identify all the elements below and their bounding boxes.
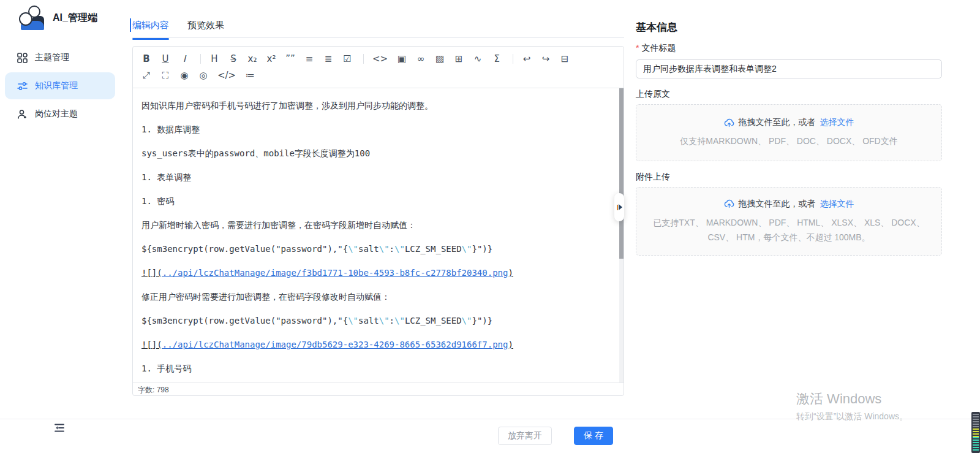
editor-text-segment: \" — [394, 316, 405, 325]
editor-line[interactable]: ![](../api/lczChatManage/image/f3bd1771-… — [141, 261, 605, 285]
editor-toolbar: BUIHSx₂x²””≡≣☑<>▣∞▨⊞∿Σ↩↪⊟ ⤢⛶◉◎</>≔ — [133, 47, 624, 88]
redo-icon[interactable]: ↪ — [541, 52, 551, 66]
bold-icon[interactable]: B — [141, 52, 151, 66]
editor-text-segment: ![]( — [141, 268, 162, 278]
outline-icon[interactable]: ≔ — [245, 69, 255, 82]
select-file-link[interactable]: 选择文件 — [820, 199, 854, 210]
editor-text-segment: LCZ_SM_SEED — [405, 316, 462, 325]
image-icon[interactable]: ▨ — [435, 52, 445, 66]
editor-line[interactable]: ![](../api/lczChatManage/image/79db5629-… — [141, 333, 605, 357]
panel-collapse-handle[interactable] — [614, 193, 624, 221]
editor-line[interactable]: ${sm3encrypt(row.getValue("password"),"{… — [141, 309, 605, 333]
subscript-icon[interactable]: x₂ — [247, 52, 257, 66]
upload-original-label: 上传原文 — [636, 89, 942, 100]
footer-buttons: 放弃离开 保 存 — [498, 427, 613, 445]
collapse-handle-accent — [617, 205, 618, 210]
collapse-sidebar-icon[interactable] — [54, 423, 66, 433]
toolbar-row-1: BUIHSx₂x²””≡≣☑<>▣∞▨⊞∿Σ↩↪⊟ — [141, 52, 615, 66]
tab-edit-content[interactable]: 编辑内容 — [132, 15, 169, 37]
editor-text-segment: ${sm3encrypt(row.getValue("password"),"{ — [141, 316, 348, 325]
table-icon[interactable]: ⊞ — [454, 52, 464, 66]
app-title: AI_管理端 — [53, 12, 97, 25]
undo-icon[interactable]: ↩ — [522, 52, 532, 66]
editor-line[interactable]: 1. 数据库调整 — [141, 118, 605, 142]
editor-line[interactable]: 修正用户密码时需要进行加密调整，在密码字段修改时自动赋值： — [141, 285, 605, 309]
sidebar-item-topic-management[interactable]: 主题管理 — [5, 44, 115, 71]
editor-text-segment: }")} — [472, 244, 492, 254]
panel-title: 基本信息 — [636, 20, 942, 34]
editor-text-segment: \" — [348, 244, 358, 254]
cloud-upload-icon — [724, 199, 734, 209]
select-file-link[interactable]: 选择文件 — [820, 117, 854, 128]
editor-line[interactable]: 用户新增时输入密码，需要进行加密调整，在密码字段新增时自动赋值： — [141, 213, 605, 237]
code-block-icon[interactable]: ▣ — [397, 52, 407, 66]
markdown-image-link[interactable]: ../api/lczChatManage/image/f3bd1771-10be… — [162, 268, 508, 278]
save-icon[interactable]: ⊟ — [560, 52, 570, 66]
watermark-line1: 激活 Windows — [796, 390, 908, 408]
upload-original-dropzone[interactable]: 拖拽文件至此，或者 选择文件 仅支持MARKDOWN、 PDF、 DOC、 DO… — [636, 104, 942, 161]
formula-icon[interactable]: Σ — [492, 52, 502, 66]
preview-focus-icon[interactable]: ◎ — [198, 69, 208, 82]
editor-text-segment: salt — [358, 316, 379, 325]
editor-text-segment: \" — [379, 316, 390, 325]
blockquote-icon[interactable]: ”” — [285, 52, 295, 66]
file-title-input[interactable] — [636, 59, 942, 78]
tab-active-indicator — [132, 38, 169, 40]
discard-button[interactable]: 放弃离开 — [498, 427, 552, 445]
required-asterisk: * — [636, 43, 639, 53]
upload-original-hint: 仅支持MARKDOWN、 PDF、 DOC、 DOCX、 OFD文件 — [669, 134, 908, 148]
fullscreen-icon[interactable]: ⛶ — [160, 69, 170, 82]
editor-line[interactable]: 因知识库用户密码和手机号码进行了加密调整，涉及到用户同步功能的调整。 — [141, 94, 605, 118]
tab-preview-effect[interactable]: 预览效果 — [187, 15, 224, 37]
editor-text-segment: : — [390, 244, 394, 254]
text-cursor — [130, 18, 131, 32]
editor-text-segment: : — [390, 316, 394, 325]
basic-info-panel: 基本信息 *文件标题 上传原文 拖拽文件至此，或者 选择文件 仅支持MARKDO… — [636, 15, 942, 256]
ordered-list-icon[interactable]: ≣ — [323, 52, 333, 66]
chart-icon[interactable]: ∿ — [473, 52, 483, 66]
upload-drag-text: 拖拽文件至此，或者 — [739, 199, 816, 210]
editor-content[interactable]: 因知识库用户密码和手机号码进行了加密调整，涉及到用户同步功能的调整。1. 数据库… — [133, 88, 624, 383]
upload-drag-row: 拖拽文件至此，或者 选择文件 — [724, 117, 854, 128]
tab-label: 预览效果 — [187, 20, 224, 30]
editor-text-segment: \" — [462, 316, 472, 325]
sidebar-menu: 主题管理 知识库管理 岗位对主题 — [5, 44, 115, 129]
editor-tabbar: 编辑内容 预览效果 — [132, 15, 624, 38]
task-list-icon[interactable]: ☑ — [342, 52, 352, 66]
markdown-editor: BUIHSx₂x²””≡≣☑<>▣∞▨⊞∿Σ↩↪⊟ ⤢⛶◉◎</>≔ 因知识库用… — [132, 46, 624, 396]
superscript-icon[interactable]: x² — [266, 52, 276, 66]
upload-attachment-dropzone[interactable]: 拖拽文件至此，或者 选择文件 已支持TXT、 MARKDOWN、 PDF、 HT… — [636, 187, 942, 256]
save-button[interactable]: 保 存 — [574, 427, 613, 445]
inline-code-icon[interactable]: <> — [372, 52, 388, 66]
underline-icon[interactable]: U — [160, 52, 170, 66]
expand-icon[interactable]: ⤢ — [141, 69, 151, 82]
editor-line[interactable]: 1. 手机号码 — [141, 357, 605, 381]
preview-icon[interactable]: ◉ — [179, 69, 189, 82]
file-title-label: 文件标题 — [641, 43, 676, 53]
sidebar-item-post-topic-mapping[interactable]: 岗位对主题 — [5, 101, 115, 128]
editor-scrollbar-track[interactable] — [619, 88, 624, 383]
editor-line[interactable]: 1. 密码 — [141, 189, 605, 213]
sidebar-item-label: 主题管理 — [35, 52, 69, 63]
editor-text-segment: ${sm3encrypt(row.getValue("password"),"{ — [141, 244, 348, 254]
editor-text-segment: ) — [508, 340, 513, 349]
tab-label: 编辑内容 — [132, 20, 169, 30]
markdown-image-link[interactable]: ../api/lczChatManage/image/79db5629-e323… — [162, 340, 508, 349]
bullet-list-icon[interactable]: ≡ — [304, 52, 314, 66]
strikethrough-icon[interactable]: S — [228, 52, 238, 66]
heading-icon[interactable]: H — [209, 52, 219, 66]
editor-text-segment: \" — [462, 244, 472, 254]
sidebar-item-knowledge-base-management[interactable]: 知识库管理 — [5, 72, 115, 99]
editor-line[interactable]: ${sm3encrypt(row.getValue("password"),"{… — [141, 237, 605, 261]
editor-line[interactable]: 1. 表单调整 — [141, 166, 605, 189]
editor-line[interactable]: sys_users表中的password、mobile字段长度调整为100 — [141, 142, 605, 166]
editor-scrollbar-thumb[interactable] — [619, 88, 624, 259]
toolbar-divider — [200, 54, 201, 64]
toolbar-row-2: ⤢⛶◉◎</>≔ — [141, 69, 615, 82]
italic-icon[interactable]: I — [179, 52, 189, 66]
toolbar-divider — [363, 54, 364, 64]
grid-icon — [17, 53, 28, 63]
link-icon[interactable]: ∞ — [416, 52, 426, 66]
source-code-icon[interactable]: </> — [217, 69, 236, 82]
word-count: 字数: 798 — [133, 383, 624, 397]
